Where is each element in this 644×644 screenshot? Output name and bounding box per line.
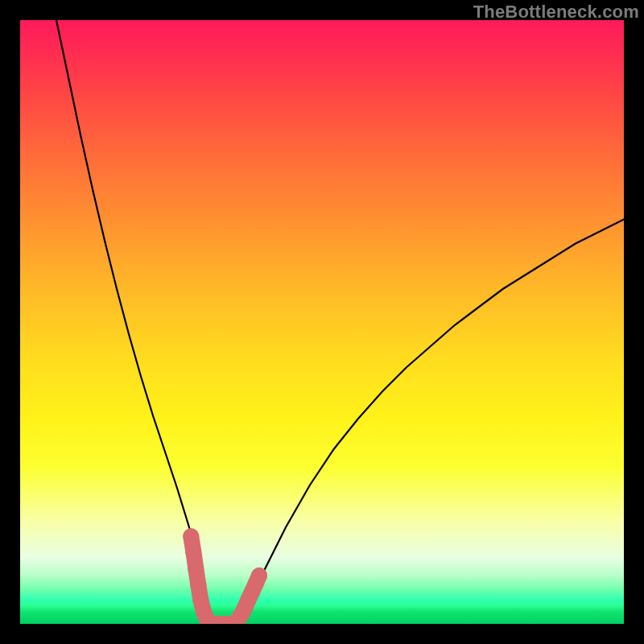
highlight-marker <box>183 528 199 544</box>
watermark-text: TheBottleneck.com <box>473 2 639 23</box>
highlight-marker <box>185 543 201 559</box>
chart-stage: TheBottleneck.com <box>0 0 644 644</box>
marker-layer <box>20 20 624 624</box>
plot-area <box>20 20 624 624</box>
highlight-marker <box>251 568 267 584</box>
highlight-marker <box>188 560 204 576</box>
highlight-marker <box>190 576 206 592</box>
highlight-markers <box>183 528 267 624</box>
